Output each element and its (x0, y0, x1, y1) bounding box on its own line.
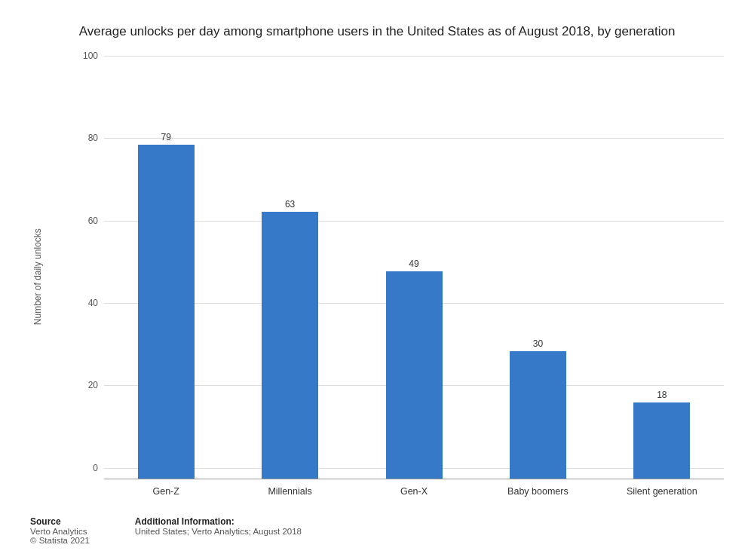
bar-value-label: 79 (161, 132, 171, 142)
source-label: Source (30, 516, 90, 527)
chart-area: Number of daily unlocks 100806040200 796… (30, 56, 724, 497)
grid-label: 80 (75, 133, 98, 143)
x-axis-label: Millennials (228, 479, 351, 497)
source-line-2: © Statista 2021 (30, 536, 90, 545)
bar-value-label: 49 (409, 259, 418, 269)
bar-group: 63 (228, 56, 351, 479)
bar (138, 145, 195, 479)
grid-label: 20 (75, 380, 98, 390)
grid-and-bars: 100806040200 7963493018 (75, 56, 724, 479)
bar-value-label: 63 (285, 199, 295, 210)
x-axis: Gen-ZMillennialsGen-XBaby boomersSilent … (104, 479, 724, 497)
chart-container: Average unlocks per day among smartphone… (0, 0, 754, 560)
y-axis-label: Number of daily unlocks (30, 56, 45, 497)
bars-container: 7963493018 (104, 56, 724, 479)
bar (510, 351, 566, 478)
bar-group: 49 (352, 56, 476, 479)
bar-group: 79 (104, 56, 228, 479)
bar (386, 271, 443, 479)
grid-label: 0 (75, 463, 98, 473)
chart-inner: 100806040200 7963493018 Gen-ZMillennials… (49, 56, 724, 497)
bar-group: 18 (600, 56, 724, 479)
chart-title: Average unlocks per day among smartphone… (30, 23, 724, 41)
x-axis-label: Gen-Z (104, 479, 228, 497)
bar-value-label: 18 (657, 390, 667, 400)
footer-info: Additional Information: United States; V… (135, 516, 302, 545)
x-axis-label: Silent generation (600, 479, 724, 497)
footer-source: Source Verto Analytics © Statista 2021 (30, 516, 90, 545)
source-line-1: Verto Analytics (30, 527, 90, 536)
grid-label: 40 (75, 298, 98, 308)
info-label: Additional Information: (135, 516, 302, 527)
grid-label: 100 (75, 50, 98, 61)
x-axis-label: Gen-X (352, 479, 476, 497)
bar (633, 402, 690, 479)
x-axis-label: Baby boomers (476, 479, 599, 497)
bar-group: 30 (476, 56, 599, 479)
bar-value-label: 30 (533, 338, 543, 349)
bar (262, 212, 318, 478)
grid-label: 60 (75, 216, 98, 226)
info-line-1: United States; Verto Analytics; August 2… (135, 527, 302, 536)
footer: Source Verto Analytics © Statista 2021 A… (30, 509, 724, 545)
